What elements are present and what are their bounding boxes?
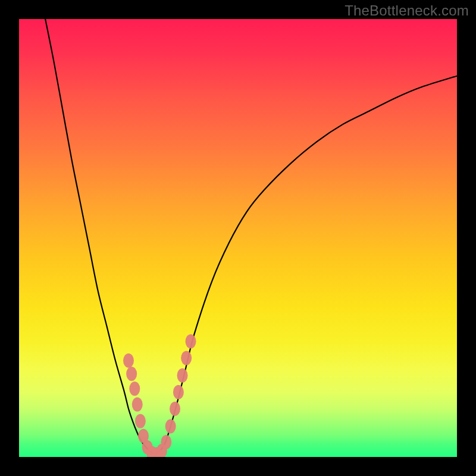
data-marker	[181, 351, 192, 365]
data-marker	[173, 385, 184, 399]
data-marker	[132, 397, 143, 412]
watermark-text: TheBottleneck.com	[345, 2, 469, 19]
right-branch-line	[155, 76, 457, 455]
data-marker	[170, 402, 180, 416]
data-marker	[177, 368, 188, 383]
curve-overlay	[19, 19, 457, 457]
data-marker	[165, 419, 176, 433]
plot-area	[19, 19, 457, 457]
data-marker	[161, 435, 171, 449]
data-marker	[135, 414, 146, 428]
chart-frame: TheBottleneck.com	[0, 0, 476, 476]
marker-group	[123, 334, 196, 457]
data-marker	[126, 367, 137, 381]
data-marker	[186, 334, 196, 349]
data-marker	[129, 381, 140, 396]
data-marker	[123, 353, 134, 368]
